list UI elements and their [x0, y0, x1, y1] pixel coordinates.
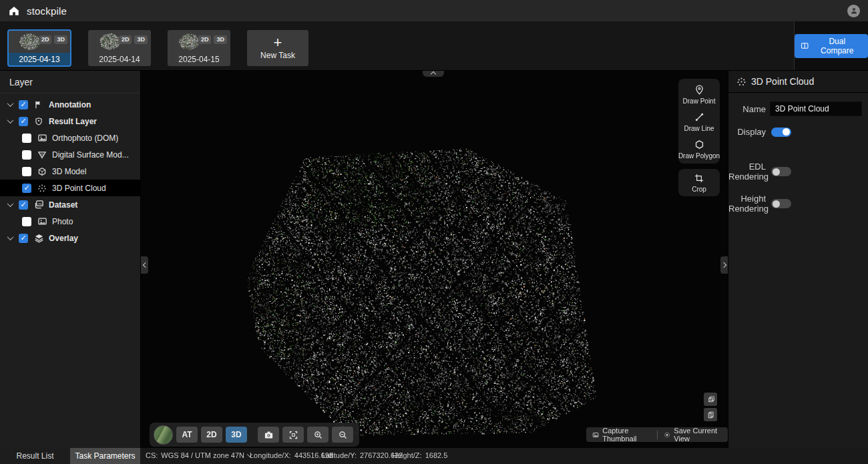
- tab-task-parameters[interactable]: Task Parameters: [70, 448, 140, 464]
- checkbox-checked[interactable]: ✓: [19, 200, 28, 210]
- layer-item-label: 3D Model: [52, 167, 86, 176]
- badge-3d: 3D: [134, 35, 148, 44]
- longitude-readout: Longitude/X:443516.698: [250, 451, 333, 459]
- layer-item-label: Overlay: [49, 234, 78, 243]
- checkbox-checked[interactable]: ✓: [22, 184, 31, 193]
- save-current-view-label: Save Current View: [674, 427, 722, 443]
- point-cloud-icon: [736, 77, 746, 87]
- checkbox-checked[interactable]: ✓: [19, 234, 28, 243]
- task-date: 2025-04-15: [168, 53, 230, 66]
- view-2d-button[interactable]: 2D: [201, 427, 222, 443]
- layer-item-orthophoto[interactable]: Orthophoto (DOM): [0, 130, 140, 146]
- fit-view-button[interactable]: [282, 427, 304, 443]
- collapse-right-panel-handle[interactable]: [720, 256, 728, 274]
- draw-polygon-tool[interactable]: Draw Polygon: [680, 139, 718, 160]
- checkbox-unchecked[interactable]: [22, 150, 31, 160]
- zoom-out-button[interactable]: [332, 427, 353, 443]
- edl-rendering-toggle[interactable]: [771, 167, 791, 176]
- app-title: stockpile: [27, 5, 67, 17]
- new-task-label: New Task: [260, 51, 295, 60]
- photo-icon: [37, 216, 47, 227]
- checkbox-unchecked[interactable]: [22, 134, 31, 143]
- layer-item-dsm[interactable]: Digital Surface Mod...: [0, 146, 140, 163]
- view-cube-icon: [706, 395, 715, 404]
- task-bar: 2D 3D 2025-04-13 2D 3D 2025-04-14: [0, 21, 868, 71]
- cs-value: WGS 84 / UTM zone 47N: [161, 451, 244, 459]
- layer-tree: ✓ Annotation ✓ Result Layer Orthophoto (…: [0, 96, 140, 246]
- home-icon[interactable]: [8, 5, 20, 17]
- overlay-icon: [33, 233, 44, 244]
- checkbox-checked[interactable]: ✓: [19, 100, 28, 109]
- capture-thumbnail-label: Capture Thumbnail: [602, 427, 651, 443]
- name-input[interactable]: [770, 101, 862, 116]
- task-card-2025-04-14[interactable]: 2D 3D 2025-04-14: [88, 30, 151, 66]
- dual-compare-icon: [801, 41, 809, 50]
- layer-item-dataset[interactable]: ✓ Dataset: [0, 196, 140, 213]
- crop-tool[interactable]: Crop: [680, 173, 718, 193]
- chevron-down-icon[interactable]: [7, 117, 14, 124]
- app-window: stockpile 2D 3D 2025-04-13: [0, 0, 868, 464]
- properties-title: 3D Point Cloud: [751, 76, 814, 87]
- layer-item-photo[interactable]: Photo: [0, 213, 140, 230]
- layer-panel-title: Layer: [0, 71, 140, 93]
- task-thumbnail: 2D 3D: [168, 30, 230, 53]
- edl-rendering-label: EDLRendering: [728, 162, 766, 182]
- view-cube-perspective-button[interactable]: [704, 393, 717, 406]
- view-actions-pill: Capture Thumbnail Save Current View: [586, 427, 728, 442]
- task-card-2025-04-15[interactable]: 2D 3D 2025-04-15: [168, 30, 230, 66]
- view-cube-ortho-button[interactable]: [704, 408, 717, 421]
- save-current-view-button[interactable]: Save Current View: [658, 427, 728, 442]
- layer-item-overlay[interactable]: ✓ Overlay: [0, 230, 140, 246]
- task-date: 2025-04-14: [88, 53, 151, 66]
- layer-item-annotation[interactable]: ✓ Annotation: [0, 96, 140, 113]
- capture-thumbnail-icon: [592, 431, 599, 439]
- name-row: Name: [728, 101, 862, 116]
- draw-point-tool[interactable]: Draw Point: [680, 84, 718, 105]
- viewport-3d[interactable]: Draw Point Draw Line Draw Polygon Crop: [141, 71, 728, 448]
- draw-point-label: Draw Point: [683, 97, 716, 105]
- new-task-button[interactable]: + New Task: [247, 30, 308, 66]
- draw-polygon-label: Draw Polygon: [678, 152, 720, 160]
- point-cloud-icon: [37, 183, 47, 194]
- zoom-out-icon: [338, 430, 348, 440]
- task-card-2025-04-13[interactable]: 2D 3D 2025-04-13: [8, 30, 71, 66]
- checkbox-unchecked[interactable]: [22, 167, 31, 176]
- at-view-button[interactable]: AT: [176, 427, 198, 443]
- display-toggle[interactable]: [771, 128, 791, 137]
- layer-item-label: Digital Surface Mod...: [52, 150, 129, 160]
- checkbox-unchecked[interactable]: [22, 217, 31, 226]
- layer-item-3d-point-cloud[interactable]: ✓ 3D Point Cloud: [0, 180, 140, 196]
- collapse-left-panel-handle[interactable]: [141, 256, 148, 274]
- chevron-down-icon[interactable]: [7, 234, 14, 240]
- minimap-thumbnail[interactable]: [154, 425, 173, 445]
- display-label: Display: [728, 127, 766, 137]
- dual-compare-button[interactable]: Dual Compare: [795, 34, 868, 58]
- latitude-readout: Latitude/Y:2767320.622: [322, 451, 403, 459]
- collapse-taskbar-handle[interactable]: [423, 71, 444, 77]
- dual-compare-label: Dual Compare: [813, 37, 862, 55]
- orthophoto-icon: [37, 133, 47, 144]
- zoom-in-button[interactable]: [307, 427, 329, 443]
- tab-result-list[interactable]: Result List: [0, 448, 70, 464]
- layer-item-3d-model[interactable]: 3D Model: [0, 163, 140, 180]
- viewport-toolbar: AT 2D 3D: [150, 423, 359, 447]
- chevron-down-icon[interactable]: [7, 200, 14, 207]
- badge-2d: 2D: [198, 35, 212, 44]
- layer-item-result-layer[interactable]: ✓ Result Layer: [0, 113, 140, 130]
- layer-item-label: Orthophoto (DOM): [52, 134, 118, 143]
- height-readout: Height/Z:1682.5: [392, 451, 447, 459]
- view-3d-button[interactable]: 3D: [226, 427, 247, 443]
- draw-line-tool[interactable]: Draw Line: [680, 111, 718, 132]
- user-avatar-icon[interactable]: [847, 5, 860, 17]
- coordinate-system-selector[interactable]: CS: WGS 84 / UTM zone 47N: [146, 451, 252, 459]
- dataset-icon: [33, 200, 44, 210]
- properties-header: 3D Point Cloud: [728, 71, 868, 93]
- save-view-icon: [664, 431, 670, 439]
- height-rendering-toggle[interactable]: [771, 199, 791, 208]
- point-cloud-render[interactable]: [141, 71, 728, 448]
- screenshot-button[interactable]: [258, 427, 279, 443]
- checkbox-checked[interactable]: ✓: [19, 117, 28, 126]
- capture-thumbnail-button[interactable]: Capture Thumbnail: [586, 427, 657, 442]
- chevron-down-icon[interactable]: [7, 100, 14, 107]
- bottom-bar: Result List Task Parameters CS: WGS 84 /…: [0, 448, 868, 464]
